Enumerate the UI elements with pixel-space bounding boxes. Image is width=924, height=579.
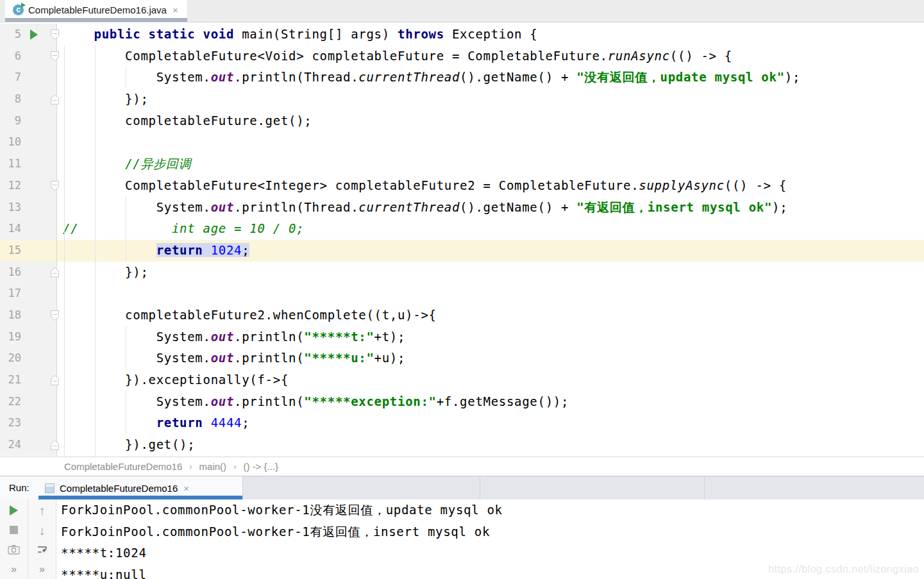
breadcrumb-item[interactable]: () -> {...} bbox=[243, 461, 278, 472]
gutter[interactable]: 6 bbox=[0, 46, 57, 67]
gutter[interactable]: 23 bbox=[0, 412, 57, 434]
line-number: 5 bbox=[0, 24, 21, 46]
code-line[interactable]: 8 }); bbox=[0, 88, 924, 110]
soft-wrap-icon[interactable] bbox=[28, 540, 56, 560]
run-toolwindow-header: Run: CompletableFutureDemo16 × bbox=[0, 476, 924, 499]
gutter[interactable]: 9 bbox=[0, 110, 57, 132]
gutter[interactable]: 17 bbox=[0, 283, 57, 305]
down-the-stack-trace-icon[interactable]: ↓ bbox=[28, 521, 56, 541]
console-toolbar: ↑↓» bbox=[28, 499, 56, 579]
editor-tab-strip: c CompletableFutureDemo16.java × bbox=[0, 0, 924, 22]
code-text: System.out.println("*****t:"+t); bbox=[57, 326, 405, 348]
code-line[interactable]: 6 CompletableFuture<Void> completableFut… bbox=[0, 46, 924, 67]
gutter[interactable]: 5 bbox=[0, 24, 57, 46]
code-line[interactable]: 12 CompletableFuture<Integer> completabl… bbox=[0, 175, 924, 197]
code-line[interactable]: 9 completableFuture.get(); bbox=[0, 110, 924, 132]
code-line[interactable]: 20 System.out.println("*****u:"+u); bbox=[0, 348, 924, 369]
line-number: 24 bbox=[0, 434, 21, 456]
code-text: }).exceptionally(f->{ bbox=[57, 369, 289, 391]
gutter[interactable]: 14 bbox=[0, 218, 57, 240]
code-line[interactable]: 24 }).get(); bbox=[0, 434, 924, 456]
run-tab-title: CompletableFutureDemo16 bbox=[60, 483, 178, 494]
line-number: 21 bbox=[0, 369, 21, 391]
indent-guide bbox=[64, 46, 65, 456]
glyph: ↓ bbox=[39, 524, 46, 537]
gutter[interactable]: 19 bbox=[0, 326, 57, 348]
code-line[interactable]: 5 public static void main(String[] args)… bbox=[0, 24, 924, 46]
code-text: //异步回调 bbox=[57, 153, 191, 175]
gutter[interactable]: 21 bbox=[0, 369, 57, 391]
gutter[interactable]: 24 bbox=[0, 434, 57, 456]
gutter[interactable]: 10 bbox=[0, 131, 57, 153]
run-label: Run: bbox=[9, 476, 29, 499]
code-line[interactable]: 19 System.out.println("*****t:"+t); bbox=[0, 326, 924, 348]
code-text bbox=[57, 283, 63, 305]
more-console-options-icon[interactable]: » bbox=[28, 560, 56, 579]
line-number: 22 bbox=[0, 391, 21, 413]
glyph: ↑ bbox=[39, 504, 46, 517]
line-number: 20 bbox=[0, 348, 21, 369]
gutter[interactable]: 18 bbox=[0, 305, 57, 326]
code-line[interactable]: 13 System.out.println(Thread.currentThre… bbox=[0, 197, 924, 219]
screenshot-icon[interactable] bbox=[0, 540, 28, 560]
code-line[interactable]: 15 return 1024; bbox=[0, 240, 924, 262]
gutter[interactable]: 13 bbox=[0, 197, 57, 219]
code-line[interactable]: 21 }).exceptionally(f->{ bbox=[0, 369, 924, 391]
code-line[interactable]: 23 return 4444; bbox=[0, 412, 924, 434]
indent-guide bbox=[126, 67, 126, 88]
play-triangle bbox=[10, 505, 18, 516]
up-the-stack-trace-icon[interactable]: ↑ bbox=[28, 501, 56, 521]
line-number: 10 bbox=[0, 131, 21, 153]
gutter[interactable]: 7 bbox=[0, 67, 57, 88]
line-number: 23 bbox=[0, 412, 21, 434]
code-text: CompletableFuture<Integer> completableFu… bbox=[57, 175, 787, 197]
code-text: System.out.println(Thread.currentThread(… bbox=[57, 67, 800, 88]
code-text: }); bbox=[57, 88, 149, 110]
gutter[interactable]: 22 bbox=[0, 391, 57, 413]
editor-tab-completablefuturedemo16[interactable]: c CompletableFutureDemo16.java × bbox=[5, 0, 187, 22]
indent-guide bbox=[95, 46, 96, 456]
editor-tab-title: CompletableFutureDemo16.java bbox=[28, 4, 167, 15]
code-text: System.out.println("*****exception:"+f.g… bbox=[57, 391, 569, 413]
breadcrumb-item[interactable]: main() bbox=[199, 461, 227, 472]
gutter[interactable]: 20 bbox=[0, 348, 57, 369]
breadcrumb-separator: › bbox=[233, 462, 236, 471]
gutter[interactable]: 12 bbox=[0, 175, 57, 197]
code-line[interactable]: 18 completableFuture2.whenComplete((t,u)… bbox=[0, 305, 924, 326]
line-number: 17 bbox=[0, 283, 21, 305]
code-editor[interactable]: 5 public static void main(String[] args)… bbox=[0, 22, 924, 457]
code-line[interactable]: 22 System.out.println("*****exception:"+… bbox=[0, 391, 924, 413]
code-line[interactable]: 11 //异步回调 bbox=[0, 153, 924, 175]
header-divider bbox=[480, 476, 480, 499]
stop-square bbox=[10, 526, 18, 534]
breadcrumb: CompletableFutureDemo16›main()›() -> {..… bbox=[0, 457, 924, 476]
code-line[interactable]: 14// int age = 10 / 0; bbox=[0, 218, 924, 240]
console-line: ForkJoinPool.commonPool-worker-1有返回值，ins… bbox=[61, 521, 924, 543]
line-number: 15 bbox=[0, 240, 21, 262]
gutter[interactable]: 8 bbox=[0, 88, 57, 110]
code-line[interactable]: 7 System.out.println(Thread.currentThrea… bbox=[0, 67, 924, 88]
code-text: System.out.println(Thread.currentThread(… bbox=[57, 197, 787, 219]
editor-lines: 5 public static void main(String[] args)… bbox=[0, 24, 924, 456]
code-line[interactable]: 10 bbox=[0, 131, 924, 153]
code-line[interactable]: 16 }); bbox=[0, 262, 924, 283]
line-number: 11 bbox=[0, 153, 21, 175]
breadcrumb-item[interactable]: CompletableFutureDemo16 bbox=[64, 461, 182, 472]
code-text: }).get(); bbox=[57, 434, 195, 456]
code-text: return 1024; bbox=[57, 240, 249, 262]
code-text: completableFuture2.whenComplete((t,u)->{ bbox=[57, 305, 437, 326]
glyph: » bbox=[11, 564, 17, 575]
gutter[interactable]: 16 bbox=[0, 262, 57, 283]
stop-icon[interactable] bbox=[0, 521, 28, 541]
gutter[interactable]: 11 bbox=[0, 153, 57, 175]
run-line-icon[interactable] bbox=[30, 29, 38, 40]
rerun-icon[interactable] bbox=[0, 501, 28, 521]
close-icon[interactable]: × bbox=[183, 483, 189, 493]
run-tab-completablefuturedemo16[interactable]: CompletableFutureDemo16 × bbox=[38, 476, 242, 499]
console-line: ForkJoinPool.commonPool-worker-1没有返回值，up… bbox=[61, 499, 924, 521]
code-text bbox=[57, 131, 63, 153]
more-run-options-icon[interactable]: » bbox=[0, 560, 28, 579]
code-line[interactable]: 17 bbox=[0, 283, 924, 305]
close-icon[interactable]: × bbox=[172, 5, 178, 15]
gutter[interactable]: 15 bbox=[0, 240, 57, 262]
